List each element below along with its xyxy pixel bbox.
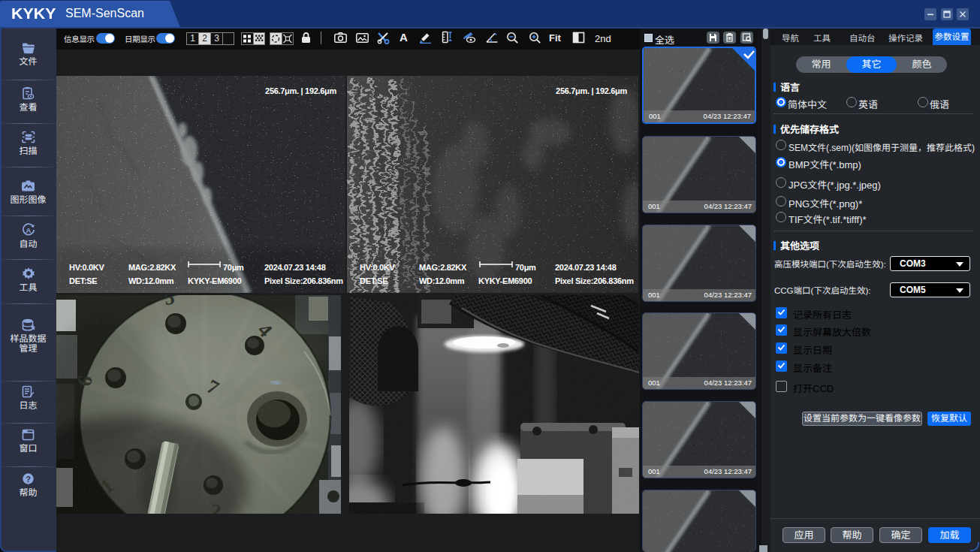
svg-text:A: A <box>26 226 31 234</box>
svg-text:?: ? <box>26 475 31 484</box>
svg-text:KYKY-EM6900: KYKY-EM6900 <box>188 276 241 285</box>
svg-text:DET:SE: DET:SE <box>69 276 97 285</box>
svg-text:70μm: 70μm <box>515 263 536 272</box>
svg-text:WD:12.0mm: WD:12.0mm <box>419 276 465 285</box>
svg-text:256.7μm. | 192.6μm: 256.7μm. | 192.6μm <box>556 86 627 95</box>
svg-text:Pixel Size:206.836nm: Pixel Size:206.836nm <box>264 276 343 285</box>
svg-text:2024.07.23 14:48: 2024.07.23 14:48 <box>555 263 617 272</box>
svg-text:MAG:2.82KX: MAG:2.82KX <box>419 263 467 272</box>
svg-text:KYKY-EM6900: KYKY-EM6900 <box>478 276 532 285</box>
svg-text:MAG:2.82KX: MAG:2.82KX <box>128 263 176 272</box>
svg-text:256.7μm. | 192.6μm: 256.7μm. | 192.6μm <box>265 86 336 95</box>
svg-text:70μm: 70μm <box>223 263 244 272</box>
svg-text:HV:0.0KV: HV:0.0KV <box>360 263 395 272</box>
svg-text:WD:12.0mm: WD:12.0mm <box>128 276 174 285</box>
svg-text:2024.07.23 14:48: 2024.07.23 14:48 <box>264 263 326 272</box>
svg-text:HV:0.0KV: HV:0.0KV <box>69 263 104 272</box>
svg-text:Pixel Size:206.836nm: Pixel Size:206.836nm <box>555 276 634 285</box>
svg-text:DET:SE: DET:SE <box>360 276 387 285</box>
